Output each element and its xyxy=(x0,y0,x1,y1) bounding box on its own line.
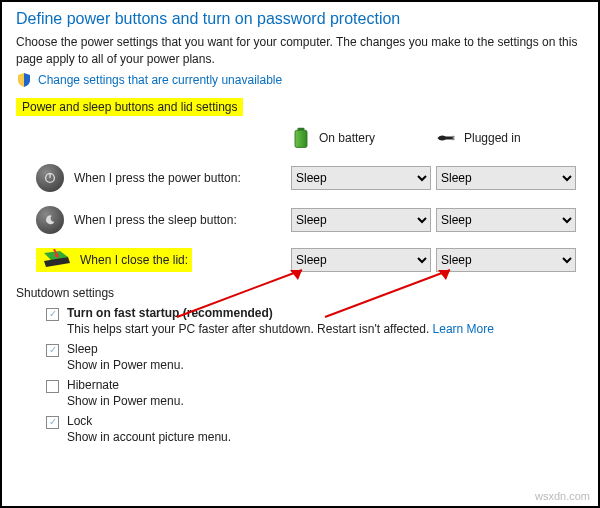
hibernate-checkbox-label: Hibernate xyxy=(67,378,184,392)
shutdown-settings-heading: Shutdown settings xyxy=(16,286,584,300)
intro-text: Choose the power settings that you want … xyxy=(16,34,584,68)
fast-startup-label: Turn on fast startup (recommended) xyxy=(67,306,273,320)
fast-startup-checkbox[interactable]: ✓ xyxy=(46,308,59,321)
power-button-on-battery-select[interactable]: Sleep xyxy=(291,166,431,190)
sleep-checkbox[interactable]: ✓ xyxy=(46,344,59,357)
sleep-button-label: When I press the sleep button: xyxy=(74,213,237,227)
svg-rect-1 xyxy=(295,130,307,147)
hibernate-checkbox-desc: Show in Power menu. xyxy=(67,394,184,408)
lock-checkbox[interactable]: ✓ xyxy=(46,416,59,429)
power-icon xyxy=(36,164,64,192)
watermark: wsxdn.com xyxy=(535,490,590,502)
sleep-checkbox-label: Sleep xyxy=(67,342,184,356)
change-settings-link[interactable]: Change settings that are currently unava… xyxy=(38,73,282,87)
lock-checkbox-label: Lock xyxy=(67,414,231,428)
learn-more-link[interactable]: Learn More xyxy=(433,322,494,336)
sleep-button-plugged-in-select[interactable]: Sleep xyxy=(436,208,576,232)
hibernate-checkbox[interactable] xyxy=(46,380,59,393)
column-on-battery: On battery xyxy=(319,131,375,145)
power-button-plugged-in-select[interactable]: Sleep xyxy=(436,166,576,190)
laptop-lid-icon xyxy=(40,249,72,271)
close-lid-label: When I close the lid: xyxy=(80,253,188,267)
fast-startup-desc: This helps start your PC faster after sh… xyxy=(67,322,433,336)
lock-checkbox-desc: Show in account picture menu. xyxy=(67,430,231,444)
page-title: Define power buttons and turn on passwor… xyxy=(16,10,584,28)
power-button-label: When I press the power button: xyxy=(74,171,241,185)
svg-rect-2 xyxy=(452,135,455,136)
svg-rect-3 xyxy=(452,138,455,139)
sleep-checkbox-desc: Show in Power menu. xyxy=(67,358,184,372)
battery-icon xyxy=(291,126,311,150)
section-power-sleep-lid: Power and sleep buttons and lid settings xyxy=(16,98,243,116)
moon-icon xyxy=(36,206,64,234)
sleep-button-on-battery-select[interactable]: Sleep xyxy=(291,208,431,232)
shield-icon xyxy=(16,72,32,88)
close-lid-plugged-in-select[interactable]: Sleep xyxy=(436,248,576,272)
plug-icon xyxy=(436,126,456,150)
column-plugged-in: Plugged in xyxy=(464,131,521,145)
close-lid-on-battery-select[interactable]: Sleep xyxy=(291,248,431,272)
